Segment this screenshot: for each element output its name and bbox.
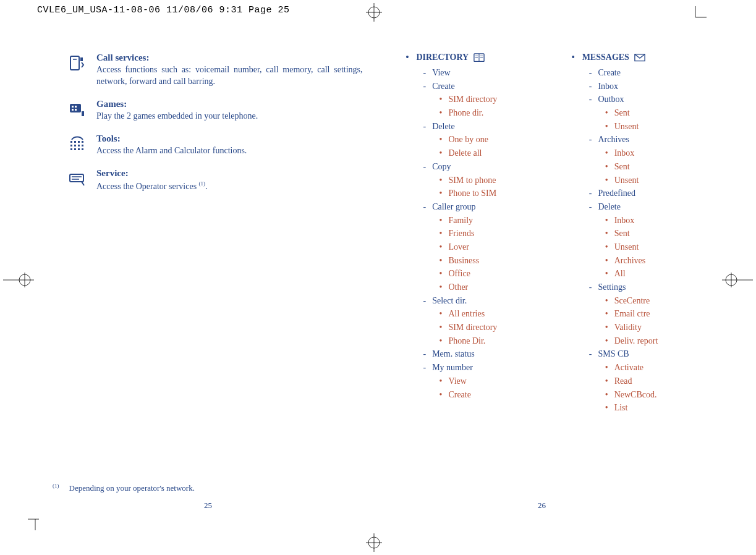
page-left: Call services: Access functions such as:… [49,40,388,427]
feature-title: Call services: [96,53,363,63]
submenu-item: SIM directory [440,93,535,106]
registration-mark-icon [359,533,389,552]
submenu-item: Phone Dir. [440,334,535,348]
submenu-item: Archives [605,254,700,268]
submenu-item: Office [440,267,535,281]
crop-corner-icon [28,512,46,530]
submenu-item: Other [440,281,535,294]
menu-item: Archives [589,133,700,146]
menu-item: Inbox [589,80,700,93]
submenu-item: Email ctre [605,307,700,321]
submenu-item: Activate [605,361,700,375]
svg-rect-28 [82,141,83,143]
registration-mark-icon [722,271,753,289]
menu-item: Create [423,80,535,93]
svg-rect-16 [70,56,79,70]
svg-rect-27 [78,141,80,143]
svg-rect-22 [72,109,74,111]
footnote-mark: (1) [53,483,59,489]
footnote-text: Depending on your operator's network. [69,483,195,493]
submenu-item: View [440,375,535,388]
submenu-item: Sent [605,106,700,120]
call-services-icon [68,54,88,74]
svg-rect-30 [74,145,76,146]
svg-rect-18 [80,57,83,61]
feature-title: Service: [96,168,363,179]
submenu-item: Create [440,388,535,402]
menu-item: Copy [423,160,535,174]
svg-rect-35 [78,148,80,150]
svg-rect-36 [82,148,83,150]
svg-rect-32 [82,145,83,146]
submenu-item: SIM to phone [440,174,535,187]
feature-desc: Play the 2 games embedded in your teleph… [96,111,363,122]
directory-heading: • DIRECTORY [406,53,535,62]
feature-desc: Access the Alarm and Calculator function… [96,145,363,157]
tools-icon [68,135,88,155]
menu-item: Predefined [589,187,700,200]
page-right: • DIRECTORY ViewCreateSIM directoryPhone… [388,40,720,427]
feature-title: Tools: [96,133,363,144]
directory-icon [474,53,485,62]
svg-rect-29 [70,145,72,146]
submenu-item: SceCentre [605,294,700,308]
svg-rect-26 [74,141,76,143]
feature-desc: Access the Operator services (1). [96,180,363,193]
submenu-item: SIM directory [440,321,535,334]
submenu-item: Friends [440,227,535,240]
submenu-item: NewCBcod. [605,388,700,402]
service-icon [68,169,88,189]
feature-tools: Tools: Access the Alarm and Calculator f… [68,133,363,157]
submenu-item: Read [605,375,700,388]
submenu-item: All [605,267,700,281]
directory-menu: • DIRECTORY ViewCreateSIM directoryPhone… [406,53,535,415]
registration-mark-icon [359,3,389,22]
svg-rect-33 [70,148,72,150]
messages-icon [634,53,645,62]
submenu-item: Deliv. report [605,334,700,348]
feature-call-services: Call services: Access functions such as:… [68,53,363,88]
page-number-right: 26 [538,501,546,511]
svg-rect-21 [75,106,77,108]
crop-corner-icon [688,6,707,25]
submenu-item: Unsent [605,120,700,133]
menu-item: Delete [589,200,700,214]
messages-menu: • MESSAGES CreateInboxOutboxSentUnsentAr… [572,53,700,415]
menu-item: My number [423,361,535,375]
feature-games: Games: Play the 2 games embedded in your… [68,99,363,122]
menu-item: View [423,66,535,80]
submenu-item: Phone to SIM [440,187,535,200]
submenu-item: All entries [440,307,535,321]
svg-rect-34 [74,148,76,150]
svg-rect-24 [82,111,84,116]
menu-item: Settings [589,281,700,294]
submenu-item: Family [440,214,535,227]
menu-item: Outbox [589,93,700,106]
footnote: (1)Depending on your operator's network. [53,483,195,493]
svg-rect-25 [70,141,72,143]
menu-item: Delete [423,120,535,133]
submenu-item: Validity [605,321,700,334]
menu-item: Create [589,66,700,80]
menu-item: Mem. status [423,347,535,361]
svg-rect-31 [78,145,80,146]
menu-item: SMS CB [589,347,700,361]
svg-rect-19 [70,104,81,112]
submenu-item: One by one [440,133,535,146]
submenu-item: Inbox [605,146,700,160]
games-icon [68,100,88,120]
svg-rect-37 [70,174,83,182]
submenu-item: Delete all [440,146,535,160]
messages-heading: • MESSAGES [572,53,700,62]
submenu-item: Sent [605,227,700,240]
submenu-item: Unsent [605,174,700,187]
submenu-item: Inbox [605,214,700,227]
feature-title: Games: [96,99,363,109]
menu-item: Select dir. [423,294,535,308]
submenu-item: Sent [605,160,700,174]
page-number-left: 25 [204,501,212,511]
submenu-item: List [605,401,700,415]
feature-desc: Access functions such as: voicemail numb… [96,64,363,88]
submenu-item: Unsent [605,240,700,254]
registration-mark-icon [3,271,34,289]
